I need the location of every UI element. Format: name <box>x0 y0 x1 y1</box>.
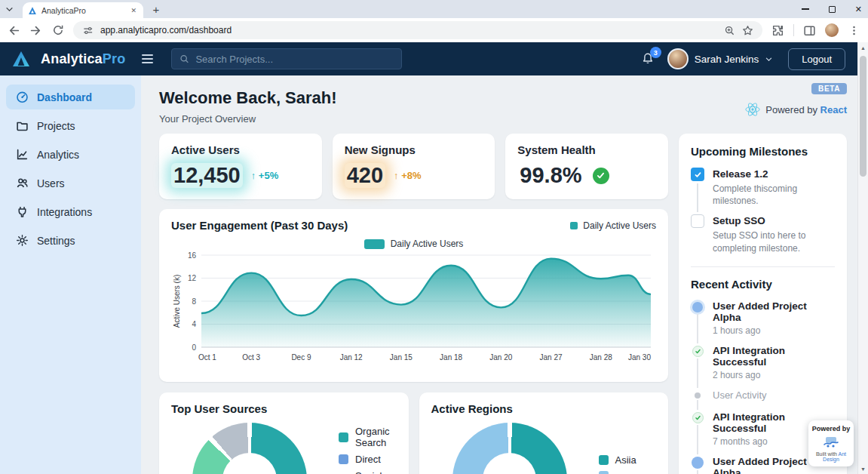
card-title: Top User Sources <box>171 402 397 415</box>
search-input[interactable] <box>195 54 394 65</box>
legend-label: Organic Search <box>355 426 397 448</box>
powered-by-react: Powered by React <box>744 101 847 118</box>
milestone-description: Complete thiscoming milestones. <box>713 183 835 207</box>
legend-swatch <box>364 239 385 249</box>
sources-legend: Organic SearchDirectSocial Media <box>339 426 397 474</box>
svg-text:0: 0 <box>192 343 196 352</box>
activity-item: API Integration Successful2 hours ago <box>691 345 835 389</box>
milestone-rail <box>691 214 704 261</box>
svg-text:Jan 27: Jan 27 <box>540 353 563 362</box>
check-marker-icon <box>692 412 704 423</box>
legend-swatch <box>339 432 348 442</box>
browser-menu-kebab-icon[interactable] <box>848 24 860 37</box>
browser-tabstrip: AnalyticaPro ✕ + ✕ <box>0 0 868 18</box>
react-link[interactable]: React <box>820 104 847 115</box>
window-maximize-icon[interactable] <box>829 6 836 13</box>
health-check-icon <box>593 168 609 184</box>
legend-label: Direct <box>355 454 381 465</box>
tab-title: AnalyticaPro <box>41 6 124 15</box>
svg-text:Oct 1: Oct 1 <box>198 353 216 362</box>
card-title: Active Regions <box>431 402 657 415</box>
bookmark-star-icon[interactable] <box>742 25 753 36</box>
notifications-bell[interactable]: 3 <box>640 51 657 67</box>
url-text[interactable]: app.analyticapro.com/dashboard <box>100 25 717 35</box>
donut <box>192 423 307 474</box>
legend-item: Social Media <box>339 470 397 474</box>
browser-profile-avatar[interactable] <box>825 23 839 37</box>
tab-search-chevron-icon[interactable] <box>0 0 18 18</box>
svg-text:Jan 15: Jan 15 <box>390 353 413 362</box>
zoom-icon[interactable] <box>724 25 735 36</box>
powered-by-card[interactable]: Powered by Built with Ant Design <box>808 420 854 466</box>
browser-tab[interactable]: AnalyticaPro ✕ <box>23 2 143 18</box>
sidebar-item-projects[interactable]: Projects <box>6 113 135 138</box>
stat-card-new-signups: New Signups420↑ +8% <box>333 134 495 199</box>
activity-rail <box>691 389 704 411</box>
legend-swatch <box>570 222 578 229</box>
panel-divider <box>691 266 835 267</box>
regions-legend: Asiia <box>599 454 636 474</box>
stat-value-row: 99.8% <box>517 163 656 188</box>
stats-row: Active Users12,450↑ +5%New Signups420↑ +… <box>159 134 668 199</box>
side-panel-icon[interactable] <box>803 24 816 37</box>
donut <box>452 423 567 474</box>
legend-item: Organic Search <box>339 426 397 448</box>
sidebar-item-analytics[interactable]: Analytics <box>6 142 135 167</box>
sidebar-item-label: Settings <box>37 235 75 247</box>
project-search[interactable] <box>171 48 402 69</box>
menu-hamburger-icon[interactable] <box>142 54 153 63</box>
sidebar-item-dashboard[interactable]: Dashboard <box>6 85 135 109</box>
sidebar-item-users[interactable]: Users <box>6 171 135 195</box>
stat-delta: ↑ +5% <box>251 170 279 181</box>
sidebar-item-integrations[interactable]: Integrations <box>6 199 135 224</box>
scrollbar-down-icon[interactable]: ▼ <box>858 463 868 474</box>
active-regions-card: Active Regions Asiia <box>419 392 669 474</box>
react-atom-icon <box>744 101 761 118</box>
activity-title: User Activity <box>713 389 767 411</box>
svg-text:Dec 9: Dec 9 <box>291 353 311 362</box>
browser-window: AnalyticaPro ✕ + ✕ app.analyticapro.com/… <box>0 0 868 474</box>
sidebar-item-settings[interactable]: Settings <box>6 228 135 253</box>
dot-marker-icon <box>692 457 704 469</box>
checkbox-unchecked[interactable] <box>691 214 704 228</box>
milestone-connector <box>697 183 698 212</box>
activity-title: API Integration Successful <box>713 345 835 368</box>
scrollbar-thumb[interactable] <box>860 56 866 177</box>
svg-text:Jan 30: Jan 30 <box>628 353 651 362</box>
stat-label: Active Users <box>171 143 310 156</box>
new-tab-button[interactable]: + <box>148 1 164 17</box>
checkbox-checked[interactable] <box>691 168 704 181</box>
forward-icon[interactable] <box>29 24 42 37</box>
scrollbar-up-icon[interactable]: ▲ <box>858 42 868 53</box>
back-icon[interactable] <box>8 24 20 37</box>
user-menu[interactable]: Sarah Jenkins <box>667 48 774 69</box>
legend-swatch <box>599 471 609 474</box>
activity-title: User Added Project Alpha <box>713 300 835 323</box>
beta-badge: BETA <box>811 83 847 94</box>
page-scrollbar[interactable]: ▲ ▼ <box>857 42 868 474</box>
tab-close-icon[interactable]: ✕ <box>129 7 138 14</box>
milestone-body: Setup SSOSetup SSO into here to completi… <box>713 214 835 261</box>
extensions-icon[interactable] <box>771 24 784 37</box>
app-navbar: AnalyticaPro 3 Sarah Jenkins Logout <box>0 42 857 75</box>
activity-rail <box>691 300 704 345</box>
analytics-icon <box>16 148 29 161</box>
milestone-description: Setup SSO into here to completing milest… <box>713 229 835 254</box>
legend-item <box>599 471 636 474</box>
stat-value: 99.8% <box>517 163 584 188</box>
ant-design-logo-image <box>821 436 841 449</box>
sidebar-item-label: Users <box>37 177 65 189</box>
plug-icon <box>16 205 29 218</box>
site-settings-icon[interactable] <box>82 25 94 36</box>
logout-button[interactable]: Logout <box>788 48 845 70</box>
url-bar[interactable]: app.analyticapro.com/dashboard <box>73 21 762 39</box>
analyticapro-logo <box>12 51 30 67</box>
window-close-icon[interactable]: ✕ <box>855 5 862 14</box>
legend-label: Asiia <box>615 454 636 466</box>
svg-text:Jan 28: Jan 28 <box>590 353 612 362</box>
reload-icon[interactable] <box>51 24 64 37</box>
top-user-sources-card: Top User Sources Organic SearchDirectSoc… <box>159 392 409 474</box>
window-minimize-icon[interactable] <box>802 8 809 9</box>
sources-donut-chart <box>171 415 307 474</box>
activity-connector <box>697 425 698 454</box>
